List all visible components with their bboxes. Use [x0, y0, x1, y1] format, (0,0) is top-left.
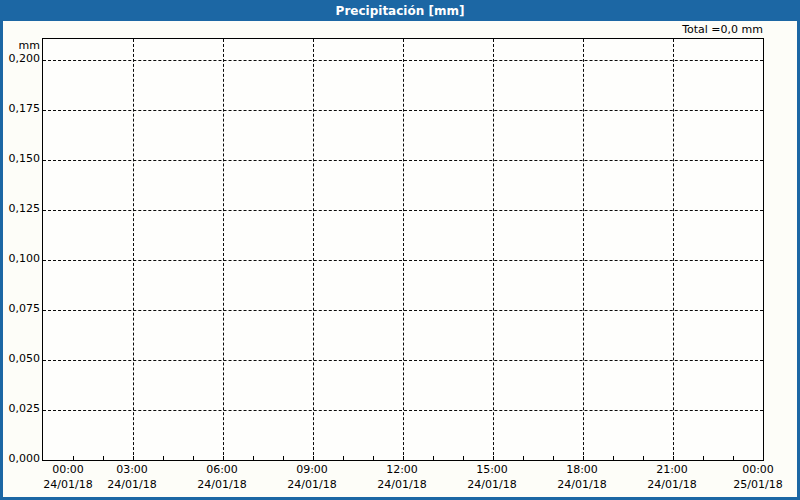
x-axis-minor-tick — [313, 456, 314, 460]
x-tick-time: 00:00 — [726, 462, 790, 477]
x-tick-date: 24/01/18 — [36, 477, 100, 492]
x-tick-time: 06:00 — [190, 462, 254, 477]
x-gridline — [133, 39, 134, 460]
x-axis-minor-tick — [103, 456, 104, 460]
x-axis-tick-label: 03:0024/01/18 — [100, 462, 164, 492]
x-tick-date: 24/01/18 — [640, 477, 704, 492]
x-axis-tick-label: 00:0024/01/18 — [36, 462, 100, 492]
x-tick-date: 24/01/18 — [460, 477, 524, 492]
x-gridline — [313, 39, 314, 460]
x-tick-time: 21:00 — [640, 462, 704, 477]
x-gridline — [223, 39, 224, 460]
x-tick-time: 00:00 — [36, 462, 100, 477]
x-axis-minor-tick — [733, 456, 734, 460]
x-axis-minor-tick — [223, 456, 224, 460]
x-axis-minor-tick — [283, 456, 284, 460]
x-tick-date: 24/01/18 — [280, 477, 344, 492]
x-axis-minor-tick — [193, 456, 194, 460]
x-gridline — [673, 39, 674, 460]
x-axis-minor-tick — [403, 456, 404, 460]
y-axis-tick-label: 0,100 — [0, 252, 40, 266]
y-axis-tick-label: 0,200 — [0, 52, 40, 66]
x-axis-minor-tick — [163, 456, 164, 460]
x-tick-date: 24/01/18 — [370, 477, 434, 492]
x-axis-minor-tick — [343, 456, 344, 460]
x-tick-time: 15:00 — [460, 462, 524, 477]
window-title: Precipitación [mm] — [336, 4, 465, 18]
x-axis-tick-label: 00:0025/01/18 — [726, 462, 790, 492]
x-tick-date: 24/01/18 — [550, 477, 614, 492]
x-axis-minor-tick — [493, 456, 494, 460]
x-axis-minor-tick — [703, 456, 704, 460]
x-axis-minor-tick — [553, 456, 554, 460]
x-axis-minor-tick — [613, 456, 614, 460]
x-tick-time: 12:00 — [370, 462, 434, 477]
total-label: Total =0,0 mm — [682, 23, 763, 36]
x-gridline — [403, 39, 404, 460]
x-gridline — [493, 39, 494, 460]
y-axis-tick-label: 0,175 — [0, 102, 40, 116]
x-tick-time: 18:00 — [550, 462, 614, 477]
x-tick-date: 24/01/18 — [100, 477, 164, 492]
x-gridline — [583, 39, 584, 460]
x-axis-minor-tick — [523, 456, 524, 460]
x-axis-minor-tick — [433, 456, 434, 460]
x-axis-tick-label: 06:0024/01/18 — [190, 462, 254, 492]
y-axis-tick-label: 0,050 — [0, 352, 40, 366]
x-axis-minor-tick — [673, 456, 674, 460]
x-axis-tick-label: 18:0024/01/18 — [550, 462, 614, 492]
y-axis-tick-label: 0,075 — [0, 302, 40, 316]
y-axis-unit-label: mm — [0, 39, 40, 52]
x-axis-tick-label: 21:0024/01/18 — [640, 462, 704, 492]
x-tick-time: 03:00 — [100, 462, 164, 477]
x-axis-minor-tick — [643, 456, 644, 460]
x-axis-minor-tick — [373, 456, 374, 460]
window-titlebar: Precipitación [mm] — [0, 0, 800, 21]
x-tick-date: 25/01/18 — [726, 477, 790, 492]
x-axis-minor-tick — [253, 456, 254, 460]
x-axis-minor-tick — [73, 456, 74, 460]
x-axis-tick-label: 15:0024/01/18 — [460, 462, 524, 492]
y-axis-tick-label: 0,150 — [0, 152, 40, 166]
chart-window: Precipitación [mm] Total =0,0 mm mm 0,20… — [0, 0, 800, 500]
x-tick-date: 24/01/18 — [190, 477, 254, 492]
x-axis-minor-tick — [133, 456, 134, 460]
x-axis-tick-label: 12:0024/01/18 — [370, 462, 434, 492]
plot-area — [42, 38, 764, 461]
y-axis-tick-label: 0,125 — [0, 202, 40, 216]
x-axis-minor-tick — [583, 456, 584, 460]
x-axis-minor-tick — [463, 456, 464, 460]
x-axis-tick-label: 09:0024/01/18 — [280, 462, 344, 492]
y-axis-tick-label: 0,025 — [0, 402, 40, 416]
x-tick-time: 09:00 — [280, 462, 344, 477]
y-axis-tick-label: 0,000 — [0, 452, 40, 466]
